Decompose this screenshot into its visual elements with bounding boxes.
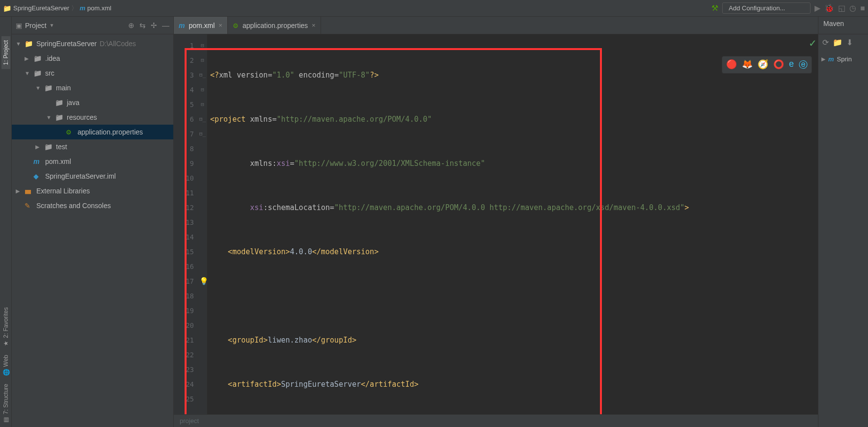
tree-label: resources	[67, 113, 97, 121]
project-view-icon	[16, 22, 22, 29]
folder-icon	[44, 84, 54, 92]
tree-ext-lib[interactable]: ▶ External Libraries	[12, 184, 173, 198]
chevron-down-icon: ▼	[50, 23, 54, 28]
tab-label: application.properties	[243, 22, 308, 29]
expand-icon[interactable]: ⇆	[139, 21, 146, 30]
reimport-icon[interactable]: ⟳	[822, 38, 829, 47]
tree-test[interactable]: ▶ test	[12, 139, 173, 154]
tab-structure[interactable]: ▤7: Structure	[1, 380, 10, 427]
source-folder-icon	[55, 99, 65, 107]
breadcrumb-file[interactable]: pom.xml	[87, 4, 111, 12]
line-number-gutter[interactable]: 1234567891011121314151617181920212223242…	[174, 34, 198, 414]
maven-toolbar: ⟳ 📁 ⬇	[818, 34, 868, 50]
close-icon[interactable]: ×	[218, 22, 222, 29]
topbar: SpringEuretaServer 〉 pom.xml ⚒ Add Confi…	[0, 0, 868, 17]
tree-idea[interactable]: ▶ .idea	[12, 51, 173, 66]
chevron-right-icon[interactable]: ▶	[25, 55, 33, 62]
maven-panel: Maven ⟳ 📁 ⬇ ▶ Sprin	[818, 17, 868, 427]
profile-icon[interactable]: ◷	[849, 3, 856, 13]
run-config-dropdown[interactable]: Add Configuration...	[722, 2, 811, 14]
code-area[interactable]: <?xml version="1.0" encoding="UTF-8"?> <…	[207, 34, 818, 414]
coverage-icon[interactable]: ◱	[838, 3, 845, 13]
tab-project[interactable]: 1: Project	[1, 36, 10, 69]
maven-icon	[80, 4, 85, 12]
topbar-right: ⚒ Add Configuration... ▶ 🐞 ◱ ◷ ■	[711, 2, 865, 14]
breadcrumb-project[interactable]: SpringEuretaServer	[13, 4, 69, 12]
chevron-right-icon[interactable]: ▶	[821, 56, 825, 62]
properties-icon	[233, 22, 239, 29]
breadcrumb: SpringEuretaServer 〉 pom.xml	[3, 4, 111, 13]
folder-icon	[33, 54, 43, 62]
maven-root[interactable]: ▶ Sprin	[821, 52, 865, 66]
tree-label: External Libraries	[36, 187, 90, 195]
folder-icon	[3, 4, 11, 12]
tree-label: application.properties	[78, 128, 143, 136]
sidebar-title-text: Project	[25, 22, 47, 29]
tab-web[interactable]: 🌐Web	[1, 351, 10, 380]
chevron-down-icon[interactable]: ▼	[46, 114, 55, 120]
sidebar-title[interactable]: Project ▼	[16, 22, 54, 29]
chevron-right-icon: 〉	[71, 4, 78, 13]
tree-main[interactable]: ▼ main	[12, 80, 173, 95]
maven-title: Maven	[818, 17, 868, 34]
resource-folder-icon	[55, 113, 65, 121]
tree-label: Scratches and Consoles	[36, 202, 111, 210]
tree-label: SpringEuretaServer	[36, 40, 97, 48]
chevron-right-icon[interactable]: ▶	[35, 144, 44, 150]
tree-scratches[interactable]: Scratches and Consoles	[12, 198, 173, 213]
maven-icon	[33, 158, 43, 165]
maven-icon	[179, 22, 185, 29]
sidebar-header: Project ▼ ⊕ ⇆ ✢ —	[12, 17, 173, 34]
folder-icon	[25, 40, 34, 48]
tree-pom[interactable]: pom.xml	[12, 154, 173, 169]
crumb-project[interactable]: project	[180, 417, 199, 425]
chevron-down-icon[interactable]: ▼	[16, 41, 25, 47]
module-icon	[33, 172, 43, 180]
tab-label: pom.xml	[189, 22, 215, 29]
libraries-icon	[25, 187, 34, 195]
maven-tree: ▶ Sprin	[818, 50, 868, 68]
maven-label: Sprin	[837, 55, 852, 63]
tree-label: test	[56, 143, 67, 151]
chevron-right-icon[interactable]: ▶	[16, 188, 25, 194]
tree-label-path: D:\AllCodes	[100, 40, 136, 48]
scratches-icon	[25, 202, 34, 210]
properties-icon	[66, 128, 76, 136]
editor-body: ✓ 🔴 🦊 🧭 ⭕ e ⓔ 12345678910111213141516171…	[174, 34, 818, 414]
tree-resources[interactable]: ▼ resources	[12, 110, 173, 125]
tree-java[interactable]: java	[12, 95, 173, 110]
debug-icon[interactable]: 🐞	[824, 3, 834, 13]
project-sidebar: Project ▼ ⊕ ⇆ ✢ — ▼ SpringEuretaServer D…	[12, 17, 174, 427]
folder-icon	[33, 69, 43, 77]
tree-label: src	[45, 69, 54, 77]
gear-icon[interactable]: ✢	[151, 21, 157, 30]
editor-breadcrumb[interactable]: project	[174, 414, 818, 427]
tab-favorites[interactable]: ★2: Favorites	[1, 303, 10, 351]
tree-label: SpringEuretaServer.iml	[45, 172, 116, 180]
tree-root[interactable]: ▼ SpringEuretaServer D:\AllCodes	[12, 36, 173, 51]
tree-iml[interactable]: SpringEuretaServer.iml	[12, 169, 173, 184]
build-icon[interactable]: ⚒	[711, 3, 718, 13]
tree-app-properties[interactable]: application.properties	[12, 125, 173, 139]
fold-gutter[interactable]: ⊟⊟⊟̲💡⊟⊟⊟̲⊟̲	[198, 34, 207, 414]
tree-label: pom.xml	[45, 158, 71, 165]
stop-icon[interactable]: ■	[860, 4, 865, 13]
chevron-down-icon[interactable]: ▼	[25, 70, 33, 76]
locate-icon[interactable]: ⊕	[128, 21, 135, 30]
project-tree: ▼ SpringEuretaServer D:\AllCodes ▶ .idea…	[12, 34, 173, 215]
tree-label: .idea	[45, 54, 60, 62]
chevron-down-icon[interactable]: ▼	[35, 85, 44, 91]
tab-application-properties[interactable]: application.properties ×	[228, 17, 321, 34]
close-icon[interactable]: ×	[312, 22, 316, 29]
folder-icon	[44, 143, 54, 151]
download-icon[interactable]: ⬇	[846, 38, 853, 47]
left-tool-strip: 1: Project ★2: Favorites 🌐Web ▤7: Struct…	[0, 17, 12, 427]
run-icon[interactable]: ▶	[814, 3, 820, 13]
folder-icon[interactable]: 📁	[833, 38, 842, 47]
editor-tabs: pom.xml × application.properties ×	[174, 17, 818, 34]
hide-icon[interactable]: —	[162, 21, 169, 30]
tree-src[interactable]: ▼ src	[12, 66, 173, 80]
tab-pom-xml[interactable]: pom.xml ×	[174, 17, 228, 34]
tree-label: java	[67, 99, 80, 107]
tree-label: main	[56, 84, 71, 92]
